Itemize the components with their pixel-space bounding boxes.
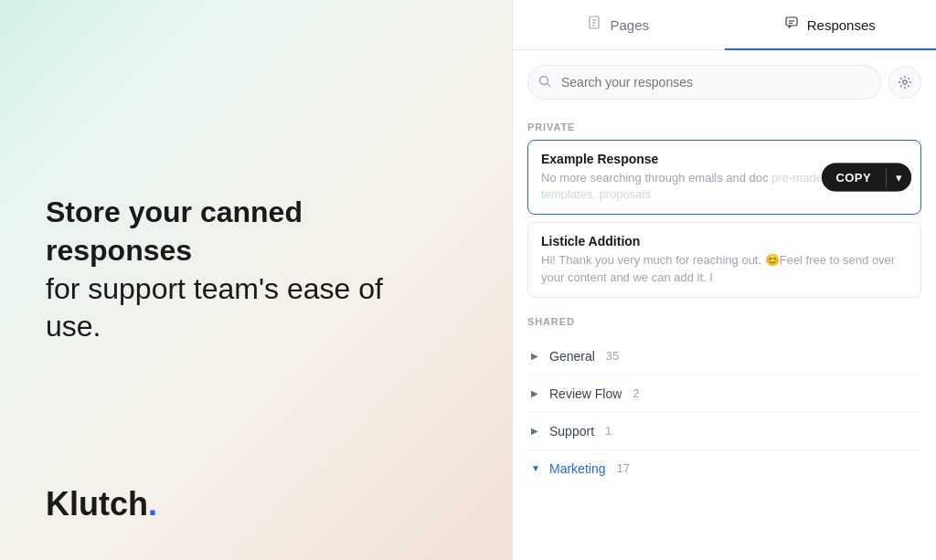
chevron-review-icon: ▶ (531, 388, 542, 398)
shared-support-label: Support (549, 424, 594, 438)
listicle-addition-card[interactable]: Listicle Addition Hi! Thank you very muc… (527, 222, 921, 297)
settings-button[interactable] (888, 66, 921, 99)
listicle-addition-preview: Hi! Thank you very much for reaching out… (541, 252, 908, 285)
shared-item-general[interactable]: ▶ General 35 (527, 338, 921, 375)
shared-review-label: Review Flow (549, 386, 622, 401)
copy-button[interactable]: COPY (822, 164, 886, 192)
svg-point-9 (903, 80, 907, 84)
headline-normal: for support team's ease of use. (46, 272, 383, 343)
chevron-marketing-icon: ▼ (531, 463, 542, 473)
tab-responses[interactable]: Responses (725, 1, 937, 50)
shared-support-count: 1 (605, 424, 612, 438)
search-icon (538, 75, 551, 90)
shared-general-label: General (549, 349, 595, 364)
headline-bold: Store your canned responses (46, 195, 303, 267)
tab-pages-label: Pages (610, 17, 649, 33)
svg-line-8 (548, 83, 550, 86)
left-panel: Store your canned responses for support … (0, 0, 512, 560)
left-headline: Store your canned responses for support … (46, 194, 393, 345)
shared-items-list: ▶ General 35 ▶ Review Flow 2 ▶ Support 1… (527, 338, 921, 487)
shared-item-support[interactable]: ▶ Support 1 (527, 413, 921, 450)
search-wrapper (527, 65, 881, 100)
shared-marketing-label: Marketing (549, 461, 605, 476)
tab-pages[interactable]: Pages (513, 1, 725, 50)
brand-logo: Klutch. (46, 485, 466, 523)
shared-section-header: SHARED (527, 305, 921, 334)
brand-name: Klutch (46, 485, 148, 523)
tabs-container: Pages Responses (513, 0, 936, 50)
brand-dot: . (148, 485, 157, 523)
tab-responses-label: Responses (807, 17, 876, 33)
pages-icon (588, 16, 602, 34)
copy-button-group[interactable]: COPY ▾ (822, 164, 911, 192)
search-area (513, 50, 936, 111)
private-section-header: PRIVATE (527, 111, 921, 140)
listicle-addition-title: Listicle Addition (541, 234, 908, 248)
chevron-general-icon: ▶ (531, 351, 542, 361)
example-response-card[interactable]: Example Response No more searching throu… (527, 140, 921, 215)
left-content: Store your canned responses for support … (46, 55, 466, 485)
shared-item-marketing[interactable]: ▼ Marketing 17 (527, 450, 921, 487)
content-area: PRIVATE Example Response No more searchi… (513, 111, 936, 560)
shared-item-review-flow[interactable]: ▶ Review Flow 2 (527, 375, 921, 413)
responses-icon (785, 16, 800, 34)
chevron-support-icon: ▶ (531, 426, 542, 436)
shared-review-count: 2 (633, 386, 639, 400)
search-input[interactable] (527, 65, 881, 100)
right-panel: Pages Responses (512, 0, 936, 560)
shared-general-count: 35 (606, 349, 619, 363)
shared-marketing-count: 17 (616, 461, 629, 475)
